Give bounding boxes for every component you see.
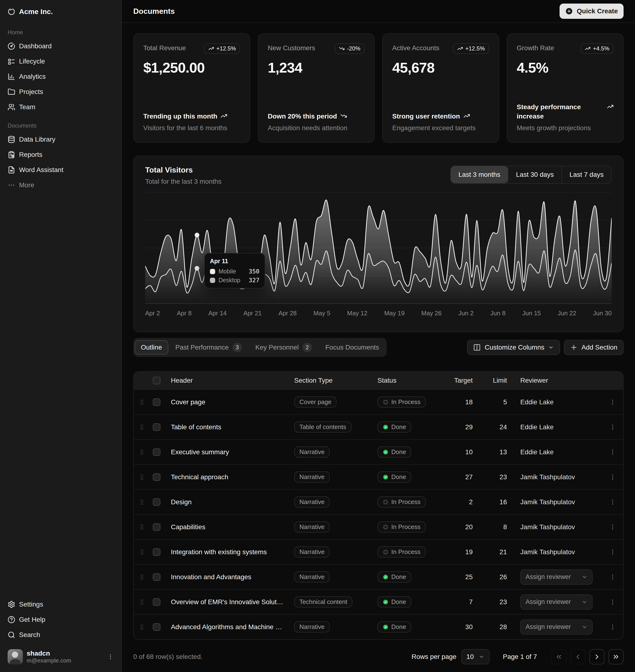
- sidebar-item-get-help[interactable]: Get Help: [4, 612, 117, 627]
- sidebar-item-dashboard[interactable]: Dashboard: [4, 39, 117, 54]
- row-checkbox[interactable]: [153, 623, 160, 631]
- section-type-badge: Cover page: [294, 397, 336, 408]
- row-menu-button[interactable]: [602, 424, 623, 430]
- row-header[interactable]: Technical approach: [167, 473, 290, 481]
- sidebar-item-analytics[interactable]: Analytics: [4, 69, 117, 84]
- assign-reviewer-select[interactable]: Assign reviewer: [520, 620, 593, 635]
- limit-value[interactable]: 16: [482, 498, 517, 506]
- drag-handle[interactable]: [134, 549, 150, 555]
- tab-focus-documents[interactable]: Focus Documents: [319, 340, 385, 355]
- select-all-checkbox[interactable]: [153, 377, 160, 384]
- sidebar-item-lifecycle[interactable]: Lifecycle: [4, 54, 117, 69]
- quick-create-button[interactable]: Quick Create: [560, 4, 623, 19]
- row-menu-button[interactable]: [602, 499, 623, 506]
- row-menu-button[interactable]: [602, 449, 623, 455]
- last-page-button[interactable]: [608, 649, 623, 664]
- row-menu-button[interactable]: [602, 599, 623, 605]
- chevron-down-icon: [582, 599, 587, 605]
- drag-handle[interactable]: [134, 524, 150, 531]
- row-header[interactable]: Overview of EMR's Innovative Solutions: [167, 598, 290, 606]
- assign-reviewer-select[interactable]: Assign reviewer: [520, 595, 593, 610]
- row-menu-button[interactable]: [602, 574, 623, 580]
- drag-handle[interactable]: [134, 574, 150, 580]
- rows-per-page-select[interactable]: 10: [461, 649, 489, 664]
- row-checkbox[interactable]: [153, 448, 160, 456]
- prev-page-button[interactable]: [570, 649, 586, 664]
- row-checkbox[interactable]: [153, 398, 160, 406]
- target-value[interactable]: 27: [440, 473, 482, 481]
- brand[interactable]: Acme Inc.: [4, 4, 117, 20]
- target-value[interactable]: 19: [440, 548, 482, 556]
- row-header[interactable]: Design: [167, 498, 290, 506]
- target-value[interactable]: 7: [440, 598, 482, 606]
- target-value[interactable]: 25: [440, 573, 482, 581]
- drag-handle[interactable]: [134, 624, 150, 630]
- limit-value[interactable]: 23: [482, 473, 517, 481]
- row-checkbox[interactable]: [153, 473, 160, 481]
- target-value[interactable]: 2: [440, 498, 482, 506]
- user-menu[interactable]: shadcn m@example.com: [4, 645, 117, 668]
- range-last-7-days[interactable]: Last 7 days: [562, 166, 611, 183]
- drag-handle[interactable]: [134, 424, 150, 430]
- limit-value[interactable]: 28: [482, 623, 517, 631]
- row-menu-button[interactable]: [602, 474, 623, 480]
- more-vertical-icon[interactable]: [107, 653, 114, 660]
- target-value[interactable]: 10: [440, 448, 482, 456]
- customize-columns-button[interactable]: Customize Columns: [467, 340, 560, 355]
- add-section-button[interactable]: Add Section: [564, 340, 623, 355]
- row-header[interactable]: Innovation and Advantages: [167, 573, 290, 581]
- target-value[interactable]: 30: [440, 623, 482, 631]
- tab-past-performance[interactable]: Past Performance3: [169, 339, 248, 356]
- limit-value[interactable]: 23: [482, 598, 517, 606]
- drag-handle[interactable]: [134, 599, 150, 605]
- target-value[interactable]: 29: [440, 423, 482, 431]
- row-header[interactable]: Cover page: [167, 398, 290, 406]
- limit-value[interactable]: 8: [482, 523, 517, 531]
- row-checkbox[interactable]: [153, 548, 160, 556]
- limit-value[interactable]: 21: [482, 548, 517, 556]
- limit-value[interactable]: 5: [482, 398, 517, 406]
- row-checkbox[interactable]: [153, 523, 160, 531]
- sidebar-item-projects[interactable]: Projects: [4, 84, 117, 99]
- sidebar-item-team[interactable]: Team: [4, 99, 117, 115]
- tab-key-personnel[interactable]: Key Personnel2: [249, 339, 318, 356]
- row-header[interactable]: Advanced Algorithms and Machine Learning: [167, 623, 290, 631]
- row-header[interactable]: Table of contents: [167, 423, 290, 431]
- sidebar-item-search[interactable]: Search: [4, 627, 117, 643]
- sidebar-item-reports[interactable]: Reports: [4, 147, 117, 162]
- target-value[interactable]: 18: [440, 398, 482, 406]
- row-header[interactable]: Capabilities: [167, 523, 290, 531]
- row-checkbox[interactable]: [153, 573, 160, 581]
- row-header[interactable]: Executive summary: [167, 448, 290, 456]
- assign-reviewer-select[interactable]: Assign reviewer: [520, 569, 593, 585]
- sidebar-item-data-library[interactable]: Data Library: [4, 132, 117, 147]
- limit-value[interactable]: 26: [482, 573, 517, 581]
- tab-outline[interactable]: Outline: [135, 340, 168, 355]
- limit-value[interactable]: 13: [482, 448, 517, 456]
- drag-handle[interactable]: [134, 399, 150, 405]
- drag-handle[interactable]: [134, 474, 150, 480]
- drag-handle[interactable]: [134, 499, 150, 506]
- row-menu-button[interactable]: [602, 549, 623, 555]
- row-header[interactable]: Integration with existing systems: [167, 548, 290, 556]
- x-axis-tick: Jun 30: [593, 310, 612, 317]
- row-menu-button[interactable]: [602, 399, 623, 405]
- first-page-button[interactable]: [551, 649, 566, 664]
- table-row-design: Design Narrative In Process 2 16 Jamik T…: [134, 489, 623, 514]
- next-page-button[interactable]: [589, 649, 605, 664]
- row-menu-button[interactable]: [602, 624, 623, 630]
- more-vertical-icon: [609, 399, 616, 405]
- row-checkbox[interactable]: [153, 598, 160, 606]
- sidebar-item-word-assistant[interactable]: Word Assistant: [4, 162, 117, 178]
- range-last-3-months[interactable]: Last 3 months: [451, 166, 508, 183]
- area-chart[interactable]: Apr 11 Mobile350Desktop327: [145, 192, 612, 304]
- sidebar-item-more[interactable]: More: [4, 178, 117, 193]
- row-checkbox[interactable]: [153, 423, 160, 431]
- row-menu-button[interactable]: [602, 524, 623, 531]
- sidebar-item-settings[interactable]: Settings: [4, 597, 117, 612]
- range-last-30-days[interactable]: Last 30 days: [508, 166, 562, 183]
- row-checkbox[interactable]: [153, 498, 160, 506]
- target-value[interactable]: 20: [440, 523, 482, 531]
- drag-handle[interactable]: [134, 449, 150, 455]
- limit-value[interactable]: 24: [482, 423, 517, 431]
